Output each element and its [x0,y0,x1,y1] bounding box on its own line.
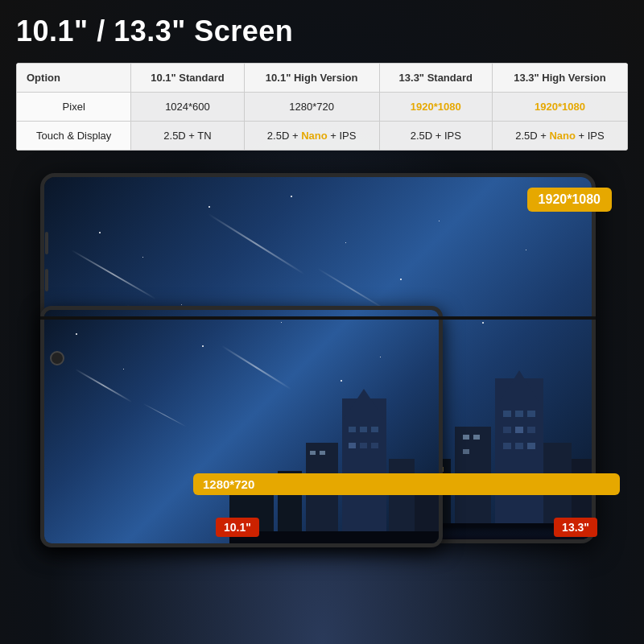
svg-rect-37 [229,531,439,543]
star [345,242,346,243]
star [400,279,402,280]
svg-rect-33 [389,459,415,543]
star [142,257,143,258]
cell-pixel-101std: 1024*600 [131,93,244,122]
cell-pixel-133high: 1920*1080 [492,93,627,122]
comparison-table: Option 10.1" Standard 10.1" High Version… [16,63,628,151]
badge-resolution-1280: 1280*720 [193,473,620,495]
star [482,322,484,324]
svg-rect-41 [320,451,325,455]
badge-resolution-1920: 1920*1080 [527,188,612,212]
svg-rect-28 [371,427,378,432]
svg-rect-5 [503,427,511,433]
svg-rect-27 [360,427,367,432]
row-label-pixel: Pixel [17,93,131,122]
svg-rect-29 [349,443,356,448]
cell-pixel-133std: 1920*1080 [379,93,492,122]
tablet-small [40,306,443,547]
star [526,250,526,250]
city-skyline-small [229,382,439,543]
star [439,221,440,221]
star [281,322,282,323]
device-display-area: 1920*1080 13.3" [16,165,628,559]
svg-rect-3 [515,411,523,417]
tablet-small-screen [44,310,439,543]
star [76,333,77,335]
col-header-133high: 13.3" High Version [492,64,627,93]
col-header-option: Option [17,64,131,93]
svg-rect-24 [342,398,386,543]
svg-rect-30 [360,443,367,448]
col-header-101std: 10.1" Standard [131,64,244,93]
home-button-large [50,351,64,365]
cell-touch-133high: 2.5D + Nano + IPS [492,122,627,151]
svg-rect-6 [515,427,523,433]
table-row-touch: Touch & Display 2.5D + TN 2.5D + Nano + … [17,122,628,151]
star [202,345,204,347]
content-wrapper: 10.1" / 13.3" Screen Option 10.1" Standa… [0,0,644,568]
highlight-1920-high: 1920*1080 [535,101,585,113]
star [341,380,342,382]
cell-touch-133std: 2.5D + IPS [379,122,492,151]
star [99,232,101,233]
tablet-divider [40,316,596,320]
star [208,206,210,208]
star [181,304,182,305]
svg-rect-21 [473,435,480,440]
svg-rect-20 [463,435,469,440]
row-label-touch: Touch & Display [17,122,131,151]
star [291,196,292,197]
svg-rect-4 [527,411,535,417]
svg-rect-22 [463,449,469,454]
badge-size-large: 13.3" [554,518,597,537]
cell-pixel-101high: 1280*720 [244,93,379,122]
volume-down-btn [45,269,48,291]
table-header-row: Option 10.1" Standard 10.1" High Version… [17,64,628,93]
nano-highlight-1: Nano [301,130,328,142]
svg-rect-7 [527,427,535,433]
page-title: 10.1" / 13.3" Screen [16,14,628,48]
svg-rect-9 [515,443,523,449]
nano-highlight-2: Nano [549,130,576,142]
svg-rect-31 [371,443,378,448]
star [380,357,381,357]
cell-touch-101std: 2.5D + TN [131,122,244,151]
svg-rect-26 [349,427,356,432]
badge-size-small: 10.1" [216,518,259,537]
table-row-pixel: Pixel 1024*600 1280*720 1920*1080 1920*1… [17,93,628,122]
cell-touch-101high: 2.5D + Nano + IPS [244,122,379,151]
col-header-133std: 13.3" Standard [379,64,492,93]
svg-rect-8 [503,443,511,449]
col-header-101high: 10.1" High Version [244,64,379,93]
svg-rect-40 [310,451,316,455]
svg-rect-10 [527,443,535,449]
star [123,369,124,369]
highlight-1920-std: 1920*1080 [411,101,461,113]
side-buttons-large [45,232,48,291]
volume-up-btn [45,232,48,254]
svg-rect-2 [503,411,511,417]
